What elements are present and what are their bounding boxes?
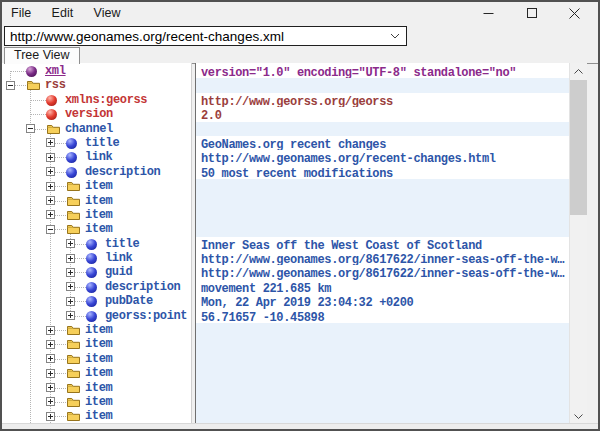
- tree-row[interactable]: title: [2, 237, 191, 251]
- xml-value-pane: version="1.0" encoding="UTF-8" standalon…: [195, 63, 570, 424]
- scrollbar-thumb[interactable]: [570, 80, 587, 215]
- menu-file[interactable]: File: [3, 2, 39, 23]
- element-icon: [86, 282, 97, 293]
- tree-node-label[interactable]: pubDate: [105, 294, 153, 309]
- expand-icon[interactable]: [46, 354, 55, 363]
- tree-row[interactable]: item: [2, 381, 191, 395]
- maximize-icon: [527, 8, 537, 18]
- tree-row[interactable]: item: [2, 366, 191, 380]
- tree-node-label[interactable]: channel: [65, 122, 113, 137]
- expand-icon[interactable]: [46, 210, 55, 219]
- tree-row[interactable]: description: [2, 165, 191, 179]
- collapse-icon[interactable]: [26, 124, 35, 133]
- menu-bar: File Edit View: [2, 2, 598, 25]
- tree-node-label[interactable]: item: [85, 366, 112, 381]
- tree-node-label[interactable]: xmlns:georss: [65, 93, 147, 108]
- tree-row[interactable]: link: [2, 150, 191, 164]
- tree-row[interactable]: description: [2, 280, 191, 294]
- horizontal-scrollbar-strip[interactable]: [2, 423, 598, 429]
- menu-edit[interactable]: Edit: [44, 2, 82, 23]
- expand-icon[interactable]: [46, 182, 55, 191]
- tree-node-label[interactable]: item: [85, 409, 112, 424]
- combobox-dropdown-button[interactable]: [384, 27, 406, 45]
- collapse-icon[interactable]: [46, 225, 55, 234]
- tab-tree-view[interactable]: Tree View: [4, 47, 80, 64]
- xml-tree-pane[interactable]: xmlrssxmlns:georssversionchanneltitlelin…: [2, 63, 192, 424]
- value-row: Mon, 22 Apr 2019 23:04:32 +0200: [196, 294, 569, 308]
- url-combobox[interactable]: http://www.geonames.org/recent-changes.x…: [4, 26, 407, 46]
- expand-icon[interactable]: [46, 138, 55, 147]
- element-icon: [86, 239, 97, 250]
- minimize-button[interactable]: [467, 2, 510, 24]
- tree-row[interactable]: link: [2, 251, 191, 265]
- expand-icon[interactable]: [46, 153, 55, 162]
- tree-row[interactable]: item: [2, 179, 191, 193]
- expand-icon[interactable]: [66, 311, 75, 320]
- vertical-scrollbar[interactable]: [570, 63, 587, 424]
- tree-node-label[interactable]: xml: [45, 64, 66, 79]
- tree-node-label[interactable]: description: [85, 165, 160, 180]
- tree-node-label[interactable]: item: [85, 337, 112, 352]
- scroll-down-button[interactable]: [570, 408, 587, 424]
- tree-node-label[interactable]: guid: [105, 265, 132, 280]
- value-text: 50 most recent modifications: [201, 167, 393, 179]
- tree-row[interactable]: georss:point: [2, 309, 191, 323]
- expand-icon[interactable]: [66, 282, 75, 291]
- tree-node-label[interactable]: item: [85, 323, 112, 338]
- tree-row[interactable]: item: [2, 409, 191, 423]
- expand-icon[interactable]: [46, 196, 55, 205]
- tree-row[interactable]: rss: [2, 78, 191, 92]
- tree-node-label[interactable]: item: [85, 381, 112, 396]
- tree-row[interactable]: xml: [2, 64, 191, 78]
- tree-node-label[interactable]: item: [85, 395, 112, 410]
- expand-icon[interactable]: [46, 326, 55, 335]
- tree-row[interactable]: item: [2, 337, 191, 351]
- tree-node-label[interactable]: title: [105, 237, 139, 252]
- expand-icon[interactable]: [46, 369, 55, 378]
- expand-icon[interactable]: [66, 239, 75, 248]
- tree-row[interactable]: item: [2, 208, 191, 222]
- tree-row[interactable]: item: [2, 352, 191, 366]
- tree-node-label[interactable]: link: [85, 150, 112, 165]
- maximize-button[interactable]: [510, 2, 553, 24]
- tree-node-label[interactable]: item: [85, 222, 112, 237]
- tree-row[interactable]: version: [2, 107, 191, 121]
- tree-row[interactable]: item: [2, 323, 191, 337]
- expand-icon[interactable]: [66, 297, 75, 306]
- url-input[interactable]: http://www.geonames.org/recent-changes.x…: [5, 29, 384, 44]
- value-text: http://www.geonames.org/8617622/inner-se…: [201, 253, 564, 265]
- element-icon: [86, 267, 97, 278]
- menu-view[interactable]: View: [86, 2, 129, 23]
- tree-row[interactable]: xmlns:georss: [2, 93, 191, 107]
- tree-connector-stub: [55, 143, 66, 145]
- tree-node-label[interactable]: link: [105, 251, 132, 266]
- tree-node-label[interactable]: description: [105, 280, 180, 295]
- expand-icon[interactable]: [46, 397, 55, 406]
- tree-node-label[interactable]: title: [85, 136, 119, 151]
- tree-row[interactable]: item: [2, 395, 191, 409]
- expand-icon[interactable]: [46, 167, 55, 176]
- tree-row[interactable]: title: [2, 136, 191, 150]
- expand-icon[interactable]: [66, 254, 75, 263]
- tree-node-label[interactable]: item: [85, 194, 112, 209]
- tree-row[interactable]: guid: [2, 265, 191, 279]
- scroll-up-button[interactable]: [570, 63, 587, 79]
- tree-row[interactable]: item: [2, 222, 191, 236]
- expand-icon[interactable]: [46, 383, 55, 392]
- expand-icon[interactable]: [46, 412, 55, 421]
- tree-connector-stub: [75, 244, 86, 246]
- tree-node-label[interactable]: item: [85, 208, 112, 223]
- expand-icon[interactable]: [46, 340, 55, 349]
- tree-row[interactable]: channel: [2, 122, 191, 136]
- collapse-icon[interactable]: [6, 81, 15, 90]
- tree-row[interactable]: item: [2, 194, 191, 208]
- tree-row[interactable]: pubDate: [2, 294, 191, 308]
- tree-node-label[interactable]: item: [85, 352, 112, 367]
- tree-node-label[interactable]: rss: [45, 78, 66, 93]
- tree-node-label[interactable]: version: [65, 107, 113, 122]
- expand-icon[interactable]: [66, 268, 75, 277]
- tree-node-label[interactable]: georss:point: [105, 309, 187, 324]
- tree-connector-stub: [75, 316, 86, 318]
- tree-node-label[interactable]: item: [85, 179, 112, 194]
- close-button[interactable]: [553, 2, 596, 24]
